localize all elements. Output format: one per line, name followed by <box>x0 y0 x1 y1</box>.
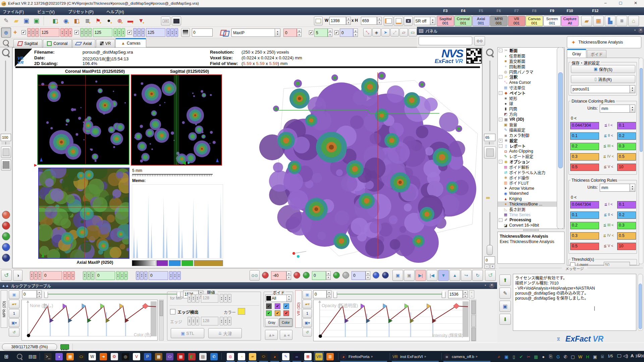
lut-range-slider[interactable] <box>45 294 180 295</box>
view-button-mpr[interactable]: MPR001 <box>490 16 507 26</box>
redo-arrow-button[interactable]: ↪ <box>461 270 472 281</box>
zoom-100-button[interactable]: 100 <box>161 16 170 25</box>
view-button-capture[interactable]: CaptureAll <box>561 16 579 26</box>
spinner-field[interactable]: 125 <box>146 28 165 37</box>
tray-icon-11[interactable]: W <box>577 353 584 360</box>
tray-icon-12[interactable]: H <box>584 353 591 360</box>
rule-from-field[interactable]: 0.0447304 <box>570 122 599 129</box>
lut-mpr-button-2[interactable]: 1 <box>9 309 19 318</box>
vr-tool-icon-2[interactable]: ◧▼ <box>72 16 82 26</box>
right-zoom-stepper[interactable] <box>485 142 494 144</box>
rotate-blue-1[interactable] <box>372 272 380 279</box>
tree-item-VR (3D)[interactable]: -▦VR (3D) <box>498 117 557 122</box>
spin-button[interactable]: ▼▼ <box>80 28 84 37</box>
tray-icon-1[interactable]: ▣ <box>503 353 510 360</box>
menu-item-3[interactable]: ヘルプ(H) <box>106 9 133 14</box>
image-button-1[interactable]: ▣ <box>392 270 403 281</box>
gradient-icon[interactable] <box>181 28 190 37</box>
rule-to-field[interactable]: 0.3 <box>617 222 636 229</box>
lut-mpr-button-0[interactable]: ▣ <box>9 290 19 299</box>
taskbar-running-icon-1[interactable]: ◔ <box>236 352 247 361</box>
panel-close-icon[interactable]: ✕ <box>638 28 643 33</box>
lut-vr-range-thumb-right[interactable] <box>442 290 445 298</box>
units-select[interactable]: mm▴▾ <box>600 105 635 113</box>
spinner-field[interactable]: 0 <box>283 28 297 37</box>
paint-color-button-3[interactable] <box>1 242 11 252</box>
spin-button[interactable]: ▼▼ <box>88 28 92 37</box>
tab-gray[interactable]: Gray <box>567 49 586 58</box>
image-button-2[interactable]: ▣ <box>404 270 415 281</box>
spin-button[interactable]: ▼▼ <box>136 271 140 280</box>
void-check-4[interactable]: ✔ <box>275 310 280 316</box>
taskbar-app-icon-8[interactable]: V <box>131 352 142 361</box>
spin-updown[interactable]: ▲▼ <box>326 271 331 280</box>
vr-tool-icon-5[interactable]: ●▼ <box>104 16 114 26</box>
right-thumb-button[interactable] <box>484 146 496 159</box>
spinner-field[interactable]: 0 <box>43 271 62 280</box>
spin-button[interactable]: ▼▼ <box>140 271 144 280</box>
panel-minimize-icon[interactable]: ▪ <box>633 28 637 33</box>
taskbar-running-icon-7[interactable]: ▦ <box>303 352 313 361</box>
layout-icon-1[interactable] <box>384 16 393 26</box>
spin-updown[interactable]: ▲▼ <box>37 290 42 298</box>
spin-updown[interactable]: ▲▼ <box>327 290 331 298</box>
tree-item-Area Cursor[interactable]: ⤡Area Cursor <box>498 80 557 85</box>
menu-item-2[interactable]: プリセット(P) <box>68 9 102 14</box>
memory-status[interactable]: 389/117127MB (0%) <box>2 344 57 350</box>
spinner-field[interactable]: 5 <box>314 28 328 37</box>
units-select[interactable]: mm▴▾ <box>600 184 635 192</box>
lut-vr-button-0[interactable]: ▣ <box>303 290 312 299</box>
lut-vr-button-1[interactable]: ▰▾ <box>303 300 312 308</box>
taskbar-app-icon-12[interactable]: ▦ <box>176 352 186 361</box>
rule-from-field[interactable]: 0.5 <box>570 164 599 171</box>
spin-button[interactable]: ▲▲ <box>113 28 117 37</box>
menu-item-1[interactable]: ビュー(V) <box>37 9 64 14</box>
taskbar-app-icon-2[interactable]: ▦ <box>65 352 75 361</box>
layout-icon-2[interactable] <box>394 16 403 26</box>
tool-table-icon[interactable]: ▦ <box>593 16 604 26</box>
tree-item-円筒[interactable]: ▮円筒 <box>498 106 557 112</box>
lut-range-thumb-left[interactable] <box>44 290 48 298</box>
rule-to-field[interactable]: 0.2 <box>617 212 636 219</box>
spin-button[interactable]: ▼▼ <box>196 294 199 303</box>
tree-item-断面[interactable]: -✂断面 <box>498 48 557 53</box>
rule-to-field[interactable]: 0.3 <box>617 143 636 150</box>
otsu-button[interactable]: ⇊大津 <box>208 328 242 338</box>
tree-item-ペイント[interactable]: -◆ペイント <box>498 90 557 96</box>
spin-button[interactable]: ▲▲ <box>174 28 178 37</box>
spin-button[interactable]: ▲▲ <box>121 28 125 37</box>
vr-tool-icon-0[interactable]: ◧▼ <box>50 16 60 26</box>
tree-item-カメラ制御[interactable]: ◙カメラ制御 <box>498 133 557 138</box>
tray-icon-2[interactable]: ▯ <box>511 353 517 360</box>
tray-icon-13[interactable]: ▣ <box>592 353 598 360</box>
panel-tool-icon-2[interactable]: ➤ <box>381 28 390 37</box>
lut-scroll-thumb[interactable] <box>472 301 476 314</box>
msg-up-button[interactable]: ⬆ <box>499 275 511 286</box>
view-button-sagittal[interactable]: Sagittal001 <box>437 16 454 26</box>
tree-scrollbar-thumb[interactable] <box>558 72 563 168</box>
spin-updown[interactable]: ▲▼ <box>463 290 468 298</box>
rotate-blue-2[interactable] <box>382 272 389 279</box>
lut-scroll-thumb[interactable] <box>160 301 163 316</box>
tree-item-Arrow Volume[interactable]: ➤Arrow Volume <box>498 186 557 191</box>
spinner-field[interactable]: 0 <box>149 271 168 280</box>
notification-icon[interactable]: 🗨 <box>637 353 643 359</box>
vr-tool-icon-4[interactable]: ⚑▼ <box>93 16 103 26</box>
taskbar-app-icon-15[interactable]: ✆ <box>209 352 219 361</box>
spin-button[interactable]: ▼▼ <box>34 271 38 280</box>
spin-button[interactable]: ▲▲ <box>60 28 64 37</box>
spin-button[interactable]: ▲▲ <box>169 271 173 280</box>
taskbar-app-icon-14[interactable]: ▤ <box>198 352 208 361</box>
maximize-button[interactable]: ▢ <box>615 1 626 7</box>
vr-tool-icon-7[interactable]: ▬▼ <box>125 16 135 26</box>
panel-tool-icon-3[interactable]: ⤢ <box>390 28 399 37</box>
panel-tool-icon-0[interactable]: ⤡ <box>363 28 372 37</box>
tree-item-ボイド解析[interactable]: ▦ボイド解析 <box>498 165 557 170</box>
lut-mpr-button-3[interactable]: ▣▾ <box>9 318 19 327</box>
tree-item-Auto Clipping[interactable]: ◘Auto Clipping <box>498 148 557 154</box>
volume-icon[interactable]: ◁) <box>623 353 630 359</box>
spin-updown[interactable]: ▲▼ <box>353 28 358 37</box>
rule-from-field[interactable]: 0.3 <box>570 232 599 240</box>
rule-from-field[interactable]: 0.0447304 <box>570 201 599 208</box>
void-check-2[interactable]: ✔ <box>283 303 289 309</box>
